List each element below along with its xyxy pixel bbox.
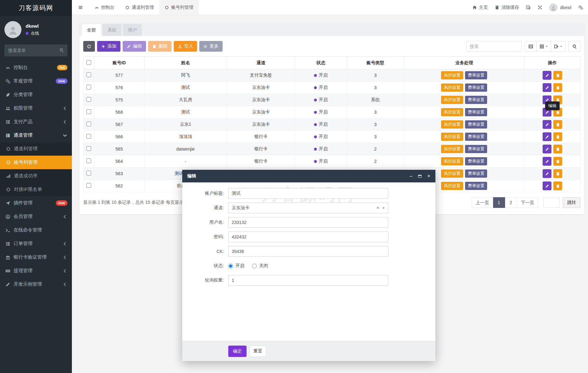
page-jump-button[interactable]: 跳转 bbox=[563, 197, 580, 208]
rate-settings-badge[interactable]: 费率设置 bbox=[465, 71, 487, 79]
channel-select[interactable]: 京东油卡× bbox=[228, 203, 388, 213]
sidebar-toggle-button[interactable] bbox=[72, 0, 89, 15]
avatar[interactable] bbox=[4, 21, 21, 38]
table-search-input[interactable] bbox=[466, 41, 522, 52]
tab-系统[interactable]: 系统 bbox=[102, 24, 121, 36]
edit-row-button[interactable] bbox=[543, 83, 551, 92]
field-input[interactable] bbox=[228, 188, 388, 199]
tab-全部[interactable]: 全部 bbox=[82, 24, 101, 36]
sidebar-item-ip-blacklist[interactable]: 对接IP黑名单 bbox=[0, 183, 72, 196]
delete-button[interactable]: 删除 bbox=[148, 41, 172, 52]
row-checkbox[interactable] bbox=[86, 109, 91, 114]
row-checkbox[interactable] bbox=[86, 122, 91, 126]
tab-用户[interactable]: 用户 bbox=[123, 24, 142, 36]
row-checkbox[interactable] bbox=[86, 158, 91, 163]
risk-settings-badge[interactable]: 风控设置 bbox=[441, 182, 463, 190]
sidebar-item-online-cmd[interactable]: 在线命令管理 bbox=[0, 223, 72, 237]
delete-row-button[interactable] bbox=[553, 120, 562, 129]
home-link[interactable]: 主页 bbox=[472, 5, 488, 10]
sidebar-item-plugin[interactable]: 插件管理new bbox=[0, 196, 72, 210]
risk-settings-badge[interactable]: 风控设置 bbox=[441, 108, 463, 116]
rate-settings-badge[interactable]: 费率设置 bbox=[465, 96, 487, 104]
delete-row-button[interactable] bbox=[553, 181, 562, 190]
radio-label[interactable]: 开启 bbox=[236, 263, 244, 269]
sidebar-item-order[interactable]: 订单管理 bbox=[0, 237, 72, 250]
edit-row-button[interactable] bbox=[543, 169, 551, 178]
user-menu[interactable]: dkewl bbox=[549, 3, 571, 12]
rate-settings-badge[interactable]: 费率设置 bbox=[465, 182, 487, 190]
settings-button[interactable] bbox=[578, 5, 583, 10]
rate-settings-badge[interactable]: 费率设置 bbox=[465, 108, 487, 116]
add-button[interactable]: 添加 bbox=[97, 41, 120, 52]
minimize-icon[interactable]: – bbox=[410, 175, 412, 178]
pagination-next[interactable]: 下一页 bbox=[517, 197, 538, 208]
rate-settings-badge[interactable]: 费率设置 bbox=[465, 83, 487, 92]
delete-row-button[interactable] bbox=[553, 71, 562, 80]
sidebar-item-bankcard[interactable]: 银行卡验证管理 bbox=[0, 250, 72, 264]
row-checkbox[interactable] bbox=[86, 183, 91, 188]
risk-settings-badge[interactable]: 风控设置 bbox=[441, 83, 463, 92]
rate-settings-badge[interactable]: 费率设置 bbox=[465, 169, 487, 178]
risk-settings-badge[interactable]: 风控设置 bbox=[441, 120, 463, 129]
fullscreen-button[interactable] bbox=[538, 5, 542, 10]
row-checkbox[interactable] bbox=[86, 85, 91, 89]
sidebar-item-general[interactable]: 常规管理new bbox=[0, 74, 72, 88]
delete-row-button[interactable] bbox=[553, 169, 562, 178]
sidebar-item-dev-demo[interactable]: 开发示例管理 bbox=[0, 278, 72, 291]
delete-row-button[interactable] bbox=[553, 83, 562, 92]
sidebar-item-channel[interactable]: 通道管理 bbox=[0, 129, 72, 142]
columns-button[interactable] bbox=[537, 41, 551, 52]
sidebar-item-withdraw[interactable]: 提现管理 bbox=[0, 264, 72, 278]
import-button[interactable]: 导入 bbox=[174, 41, 197, 52]
rate-settings-badge[interactable]: 费率设置 bbox=[465, 120, 487, 129]
confirm-button[interactable]: 确定 bbox=[228, 346, 247, 357]
edit-row-button[interactable] bbox=[543, 145, 551, 153]
field-input[interactable] bbox=[228, 275, 388, 286]
sidebar-item-pay-product[interactable]: 支付产品 bbox=[0, 115, 72, 129]
nav-tab-账号列管理[interactable]: 账号列管理 bbox=[159, 0, 199, 15]
delete-row-button[interactable] bbox=[553, 145, 562, 153]
row-checkbox[interactable] bbox=[86, 97, 91, 102]
sidebar-item-permission[interactable]: 权限管理 bbox=[0, 101, 72, 115]
export-button[interactable] bbox=[551, 41, 566, 52]
delete-row-button[interactable] bbox=[553, 157, 562, 166]
delete-row-button[interactable] bbox=[553, 132, 562, 141]
edit-row-button[interactable] bbox=[543, 132, 551, 141]
refresh-button[interactable] bbox=[83, 41, 95, 52]
sidebar-item-account-list[interactable]: 账号列管理 bbox=[0, 156, 72, 169]
edit-button[interactable]: 编辑 bbox=[123, 41, 146, 52]
risk-settings-badge[interactable]: 风控设置 bbox=[441, 71, 463, 79]
edit-row-button[interactable] bbox=[543, 71, 551, 80]
sidebar-item-category[interactable]: 分类管理 bbox=[0, 88, 72, 101]
row-checkbox[interactable] bbox=[86, 134, 91, 139]
maximize-icon[interactable] bbox=[418, 175, 422, 178]
edit-row-button[interactable] bbox=[543, 120, 551, 129]
risk-settings-badge[interactable]: 风控设置 bbox=[441, 96, 463, 104]
risk-settings-badge[interactable]: 风控设置 bbox=[441, 133, 463, 141]
clear-cache-link[interactable]: 清除缓存 bbox=[495, 5, 519, 10]
row-checkbox[interactable] bbox=[86, 171, 91, 175]
select-all-checkbox[interactable] bbox=[86, 60, 91, 65]
field-input[interactable] bbox=[228, 246, 388, 257]
pagination-page-1[interactable]: 1 bbox=[493, 197, 505, 208]
radio-label[interactable]: 关闭 bbox=[259, 263, 268, 269]
modal-titlebar[interactable]: 编辑 – × bbox=[182, 170, 435, 182]
close-icon[interactable]: × bbox=[427, 173, 430, 179]
detail-view-button[interactable] bbox=[525, 41, 537, 52]
search-button[interactable] bbox=[568, 41, 580, 52]
row-checkbox[interactable] bbox=[86, 146, 91, 151]
page-jump-input[interactable] bbox=[543, 198, 560, 208]
radio-开启[interactable] bbox=[228, 264, 233, 268]
radio-关闭[interactable] bbox=[252, 264, 257, 268]
risk-settings-badge[interactable]: 风控设置 bbox=[441, 145, 463, 153]
nav-tab-通道列管理[interactable]: 通道列管理 bbox=[120, 0, 159, 15]
sidebar-search-input[interactable] bbox=[4, 44, 67, 56]
sidebar-item-dashboard[interactable]: 控制台hot bbox=[0, 61, 72, 74]
row-checkbox[interactable] bbox=[86, 72, 91, 77]
field-input[interactable] bbox=[228, 217, 388, 228]
more-button[interactable]: 更多 bbox=[199, 41, 223, 52]
translate-button[interactable] bbox=[526, 5, 531, 10]
nav-tab-控制台[interactable]: 控制台 bbox=[89, 0, 120, 15]
pagination-page-2[interactable]: 2 bbox=[505, 197, 517, 208]
sidebar-item-channel-rate[interactable]: 通道成功率 bbox=[0, 169, 72, 183]
